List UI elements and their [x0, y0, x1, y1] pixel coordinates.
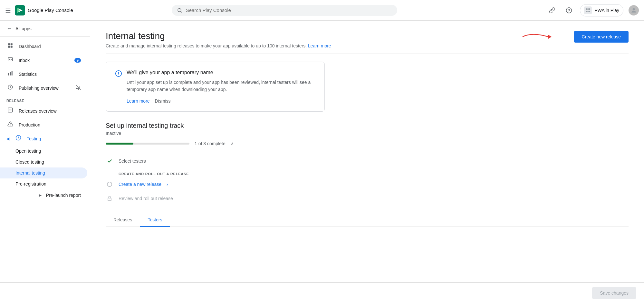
- page-header: Internal testing Create and manage inter…: [90, 21, 644, 54]
- avatar[interactable]: [629, 5, 639, 15]
- dismiss-button[interactable]: Dismiss: [155, 98, 171, 104]
- internal-testing-label: Internal testing: [15, 170, 45, 176]
- sidebar-item-publishing-label: Publishing overview: [19, 86, 59, 91]
- play-console-logo-icon: [15, 5, 25, 15]
- header-learn-more-link[interactable]: Learn more: [308, 43, 331, 48]
- create-new-release-button[interactable]: Create new release: [574, 31, 629, 43]
- bell-muted-icon: [76, 85, 81, 91]
- open-testing-label: Open testing: [15, 148, 41, 154]
- info-card-actions: Learn more Dismiss: [127, 98, 315, 104]
- progress-chevron-icon[interactable]: ∧: [231, 141, 234, 146]
- app-switcher-icon: [584, 6, 592, 14]
- app-switcher[interactable]: PWA in Play: [580, 4, 623, 16]
- svg-point-8: [633, 8, 635, 10]
- sidebar-item-internal-testing[interactable]: Internal testing: [0, 167, 87, 178]
- sidebar-item-dashboard[interactable]: Dashboard: [0, 39, 87, 53]
- save-changes-button[interactable]: Save changes: [592, 287, 636, 299]
- production-icon: [6, 121, 14, 128]
- topbar: ☰ Google Play Console: [0, 0, 644, 21]
- tab-testers[interactable]: Testers: [140, 213, 170, 227]
- link-icon[interactable]: [546, 5, 558, 16]
- info-card-learn-more-link[interactable]: Learn more: [127, 98, 150, 104]
- search-bar[interactable]: [172, 5, 397, 16]
- sidebar-item-pre-registration[interactable]: Pre-registration: [0, 178, 87, 189]
- step-review-release: Review and roll out release: [106, 191, 629, 206]
- info-card-content: We'll give your app a temporary name Unt…: [127, 70, 315, 104]
- all-apps-nav[interactable]: ← All apps: [0, 21, 90, 37]
- sidebar-item-production[interactable]: Production: [0, 118, 87, 132]
- step-create-release[interactable]: Create a new release ›: [106, 177, 629, 191]
- sidebar-nav: Dashboard Inbox 9: [0, 37, 90, 204]
- progress-row: 1 of 3 complete ∧: [106, 141, 629, 146]
- svg-rect-6: [586, 11, 588, 12]
- layout: ← All apps Dashboard: [0, 21, 644, 282]
- svg-rect-9: [8, 43, 10, 45]
- pre-launch-label: Pre-launch report: [46, 193, 81, 198]
- publishing-icon: [6, 84, 14, 92]
- info-card: We'll give your app a temporary name Unt…: [106, 62, 325, 112]
- step-select-testers-label: Select testers: [119, 158, 146, 164]
- app-switcher-name: PWA in Play: [594, 8, 619, 13]
- setup-section-title: Set up internal testing track: [106, 122, 629, 129]
- create-btn-area: Create new release: [555, 31, 629, 43]
- sidebar-production-label: Production: [19, 122, 40, 127]
- page-title: Internal testing: [106, 31, 331, 41]
- dashboard-icon: [6, 43, 14, 50]
- search-input[interactable]: [186, 7, 392, 13]
- red-arrow-icon: [519, 30, 558, 43]
- step-create-release-link[interactable]: Create a new release: [119, 182, 161, 187]
- help-icon[interactable]: [563, 5, 575, 16]
- tab-releases[interactable]: Releases: [106, 213, 140, 227]
- content-body: We'll give your app a temporary name Unt…: [90, 54, 644, 235]
- svg-rect-27: [108, 198, 111, 201]
- info-card-title: We'll give your app a temporary name: [127, 70, 315, 76]
- closed-testing-label: Closed testing: [15, 159, 44, 165]
- step-check-icon: [106, 157, 113, 165]
- bottom-bar: Save changes: [0, 282, 644, 303]
- pre-registration-label: Pre-registration: [15, 181, 46, 187]
- inbox-badge: 9: [74, 58, 81, 63]
- release-section-label: Release: [0, 95, 90, 104]
- setup-section: Set up internal testing track Inactive 1…: [106, 122, 629, 227]
- svg-point-3: [569, 11, 570, 12]
- search-icon: [177, 7, 182, 13]
- main-content: Internal testing Create and manage inter…: [90, 21, 644, 282]
- sidebar-item-pre-launch[interactable]: ▶ Pre-launch report: [0, 189, 87, 201]
- sidebar-item-statistics-label: Statistics: [19, 72, 37, 77]
- testing-icon: [14, 135, 22, 142]
- sidebar-item-testing-parent[interactable]: ◀ Testing: [0, 132, 90, 146]
- svg-rect-16: [12, 71, 13, 76]
- testing-label: Testing: [27, 136, 41, 141]
- sidebar-item-publishing[interactable]: Publishing overview: [0, 81, 87, 95]
- svg-rect-15: [10, 72, 11, 76]
- sidebar-item-releases-overview[interactable]: Releases overview: [0, 104, 87, 118]
- create-release-section-label: CREATE AND ROLL OUT A RELEASE: [119, 172, 629, 176]
- pre-launch-expand-icon: ▶: [39, 193, 42, 197]
- setup-section-status: Inactive: [106, 131, 629, 136]
- logo-text: Google Play Console: [28, 7, 73, 13]
- sidebar-item-closed-testing[interactable]: Closed testing: [0, 157, 87, 167]
- svg-rect-14: [8, 73, 9, 76]
- info-card-header: We'll give your app a temporary name Unt…: [115, 70, 315, 104]
- logo-area: Google Play Console: [15, 5, 73, 15]
- sidebar-item-inbox[interactable]: Inbox 9: [0, 53, 87, 67]
- sidebar-item-statistics[interactable]: Statistics: [0, 67, 87, 81]
- sidebar-item-open-testing[interactable]: Open testing: [0, 146, 87, 157]
- all-apps-label: All apps: [15, 26, 32, 31]
- page-subtitle: Create and manage internal testing relea…: [106, 43, 331, 48]
- topbar-left: ☰ Google Play Console: [5, 5, 95, 15]
- page-title-area: Internal testing Create and manage inter…: [106, 31, 331, 48]
- info-card-body: Until your app set up is complete and yo…: [127, 79, 315, 93]
- svg-rect-4: [586, 8, 588, 10]
- info-circle-icon: [115, 70, 122, 79]
- hamburger-icon[interactable]: ☰: [5, 6, 11, 14]
- progress-bar-container: [106, 143, 189, 145]
- progress-bar-fill: [106, 143, 133, 145]
- svg-rect-5: [589, 8, 590, 10]
- svg-point-26: [118, 75, 119, 75]
- testing-expand-icon: ◀: [6, 136, 9, 141]
- releases-icon: [6, 107, 14, 115]
- svg-marker-23: [548, 35, 552, 39]
- progress-text: 1 of 3 complete: [195, 141, 226, 146]
- step-select-testers: Select testers: [106, 154, 629, 168]
